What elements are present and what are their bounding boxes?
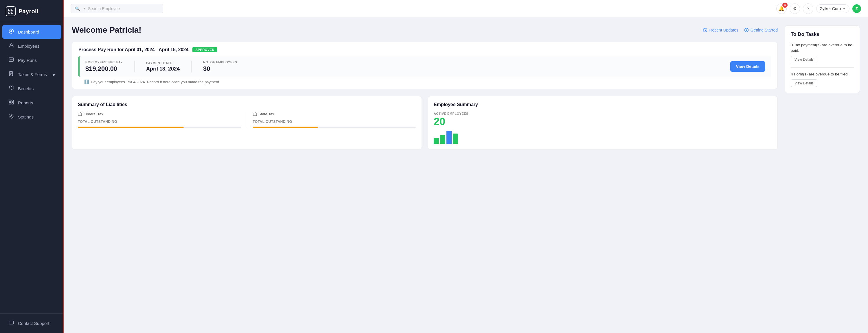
sidebar-nav: Dashboard Employees Pay Runs — [0, 22, 64, 313]
active-employees-value: 20 — [434, 116, 772, 127]
summary-section: Summary of Liabilities Federal Tax TOTAL… — [72, 96, 778, 150]
taxes-forms-arrow-icon: ▶ — [53, 72, 56, 77]
welcome-links: Recent Updates Getting Started — [703, 28, 778, 32]
state-tax-header: State Tax — [253, 112, 416, 116]
emp-bar-4 — [453, 134, 458, 144]
benefits-icon — [8, 85, 14, 92]
svg-rect-18 — [78, 113, 82, 115]
state-tax-bar — [253, 127, 416, 128]
svg-rect-2 — [8, 12, 10, 13]
sidebar-item-benefits-label: Benefits — [18, 86, 34, 91]
payment-date-stat: PAYMENT DATE April 13, 2024 — [146, 61, 180, 72]
svg-rect-9 — [9, 100, 11, 102]
svg-rect-7 — [9, 58, 13, 62]
dashboard-icon — [8, 29, 14, 35]
state-tax-bar-fill — [253, 127, 318, 128]
federal-tax-icon — [78, 112, 82, 116]
employees-icon — [8, 43, 14, 49]
recent-updates-link[interactable]: Recent Updates — [703, 28, 738, 32]
pay-run-title: Process Pay Run for April 01, 2024 - Apr… — [79, 47, 188, 52]
taxes-forms-icon — [8, 71, 14, 78]
todo-divider — [791, 67, 854, 68]
svg-marker-17 — [746, 29, 748, 31]
todo-item-2-view-btn[interactable]: View Details — [791, 79, 817, 87]
sidebar-item-taxes-forms[interactable]: Taxes & Forms ▶ — [2, 68, 61, 81]
sidebar-item-pay-runs[interactable]: Pay Runs — [2, 54, 61, 67]
notification-button[interactable]: 🔔 4 — [776, 3, 787, 14]
contact-support-icon — [8, 320, 14, 327]
search-icon: 🔍 — [75, 6, 80, 11]
todo-item-1-view-btn[interactable]: View Details — [791, 56, 817, 63]
sidebar-item-settings[interactable]: Settings — [2, 110, 61, 124]
welcome-section: Welcome Patricia! Recent Updates — [72, 26, 778, 35]
summary-of-liabilities-title: Summary of Liabilities — [78, 102, 416, 107]
employee-summary-title: Employee Summary — [434, 102, 772, 107]
org-name: Zylker Corp — [820, 6, 841, 11]
state-tax-label: State Tax — [259, 112, 274, 116]
sidebar-item-dashboard[interactable]: Dashboard — [2, 25, 61, 39]
help-button[interactable]: ? — [803, 3, 813, 14]
content-area: Welcome Patricia! Recent Updates — [64, 18, 868, 333]
sidebar-logo-text: Payroll — [19, 8, 38, 15]
notification-badge: 4 — [782, 3, 787, 8]
federal-tax-item: Federal Tax TOTAL OUTSTANDING — [78, 112, 241, 128]
emp-bar-1 — [434, 138, 439, 144]
sidebar-item-benefits[interactable]: Benefits — [2, 82, 61, 95]
sidebar-item-contact-support-label: Contact Support — [18, 321, 49, 326]
sidebar-item-reports[interactable]: Reports — [2, 96, 61, 109]
employees-net-pay-label: EMPLOYEES' NET PAY — [85, 60, 123, 64]
sidebar: Payroll Dashboard Employees — [0, 0, 64, 333]
reports-icon — [8, 99, 14, 106]
todo-item-2-text: 4 Form(s) are overdue to be filed. — [791, 72, 854, 77]
sidebar-item-taxes-forms-label: Taxes & Forms — [18, 72, 47, 77]
no-of-employees-value: 30 — [203, 65, 237, 72]
search-bar[interactable]: 🔍 ▼ Search Employee — [71, 4, 163, 13]
getting-started-link[interactable]: Getting Started — [744, 28, 778, 32]
settings-icon — [8, 113, 14, 120]
emp-bar-2 — [440, 135, 445, 144]
pay-run-header: Process Pay Run for April 01, 2024 - Apr… — [72, 42, 777, 56]
todo-item-1: 3 Tax payment(s) are overdue to be paid.… — [791, 42, 854, 63]
federal-tax-sublabel: TOTAL OUTSTANDING — [78, 120, 241, 124]
federal-tax-label: Federal Tax — [84, 112, 103, 116]
getting-started-icon — [744, 28, 749, 32]
svg-rect-10 — [12, 100, 13, 102]
employee-chart — [434, 129, 772, 144]
search-placeholder-text: Search Employee — [88, 6, 120, 11]
welcome-title: Welcome Patricia! — [72, 26, 142, 35]
todo-panel: To Do Tasks 3 Tax payment(s) are overdue… — [785, 26, 860, 93]
svg-rect-0 — [8, 9, 10, 11]
sidebar-item-employees[interactable]: Employees — [2, 39, 61, 53]
no-of-employees-label: NO. OF EMPLOYEES — [203, 60, 237, 64]
getting-started-label: Getting Started — [750, 28, 778, 32]
pay-run-footer: ℹ️ Pay your employees 15/04/2024. Record… — [72, 77, 777, 89]
state-tax-item: State Tax TOTAL OUTSTANDING — [253, 112, 416, 128]
gear-icon: ⚙ — [793, 6, 797, 11]
view-details-button[interactable]: View Details — [730, 61, 765, 72]
user-avatar[interactable]: Z — [852, 4, 861, 13]
no-of-employees-stat: NO. OF EMPLOYEES 30 — [203, 60, 237, 72]
sidebar-item-settings-label: Settings — [18, 114, 34, 120]
sidebar-item-contact-support[interactable]: Contact Support — [2, 317, 61, 330]
federal-tax-header: Federal Tax — [78, 112, 241, 116]
sidebar-item-employees-label: Employees — [18, 44, 39, 48]
svg-rect-3 — [11, 12, 13, 13]
pay-run-card: Process Pay Run for April 01, 2024 - Apr… — [72, 42, 778, 89]
sidebar-item-reports-label: Reports — [18, 100, 33, 105]
tax-divider — [247, 112, 247, 128]
emp-bar-3 — [446, 131, 452, 144]
sidebar-bottom: Contact Support — [0, 313, 64, 333]
employee-summary-card: Employee Summary ACTIVE EMPLOYEES 20 — [428, 96, 778, 150]
state-tax-icon — [253, 112, 257, 116]
summary-of-liabilities-card: Summary of Liabilities Federal Tax TOTAL… — [72, 96, 422, 150]
recent-updates-label: Recent Updates — [709, 28, 738, 32]
help-icon: ? — [807, 6, 809, 11]
info-icon: ℹ️ — [84, 79, 89, 84]
employees-net-pay-stat: EMPLOYEES' NET PAY $19,200.00 — [85, 60, 123, 72]
pay-stat-divider-1 — [134, 61, 134, 72]
settings-button[interactable]: ⚙ — [789, 3, 800, 14]
todo-item-2: 4 Form(s) are overdue to be filed. View … — [791, 72, 854, 87]
org-selector[interactable]: Zylker Corp ▼ — [816, 4, 849, 13]
payment-date-label: PAYMENT DATE — [146, 61, 180, 65]
state-tax-sublabel: TOTAL OUTSTANDING — [253, 120, 416, 124]
